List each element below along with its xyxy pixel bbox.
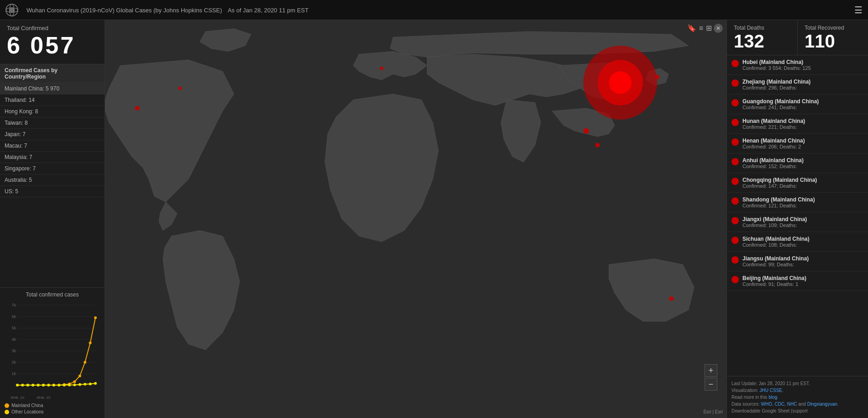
- page-title: Wuhan Coronavirus (2019-nCoV) Global Cas…: [23, 6, 854, 14]
- region-dot: [731, 119, 739, 126]
- region-dot: [731, 276, 739, 283]
- country-item[interactable]: Macau: 7: [0, 140, 105, 152]
- menu-icon[interactable]: ☰: [854, 5, 863, 16]
- region-dot: [731, 138, 739, 146]
- region-stats: Confirmed: 221; Deaths:: [742, 124, 863, 130]
- chart-section: Total confirmed cases Mainland ChinaOthe…: [0, 287, 105, 418]
- country-item[interactable]: Singapore: 7: [0, 163, 105, 175]
- region-name: Hunan (Mainland China): [742, 118, 863, 124]
- region-stats: Confirmed: 108; Deaths:: [742, 242, 863, 248]
- region-info: Guangdong (Mainland China)Confirmed: 241…: [742, 98, 863, 110]
- region-item[interactable]: Anhui (Mainland China)Confirmed: 152; De…: [727, 153, 868, 173]
- legend-label: Mainland China: [11, 403, 43, 408]
- total-confirmed-label: Total Confirmed: [7, 25, 98, 32]
- region-dot: [731, 60, 739, 67]
- region-item[interactable]: Hubei (Mainland China)Confirmed: 3 554; …: [727, 55, 868, 75]
- dingxiangyuan-link[interactable]: Dingxiangyuan: [807, 402, 837, 407]
- region-item[interactable]: Chongqing (Mainland China)Confirmed: 147…: [727, 173, 868, 193]
- region-info: Sichuan (Mainland China)Confirmed: 108; …: [742, 236, 863, 248]
- region-dot: [731, 99, 739, 106]
- country-item[interactable]: Mainland China: 5 970: [0, 83, 105, 95]
- list-icon[interactable]: ≡: [699, 24, 703, 32]
- map-close-button[interactable]: ✕: [714, 24, 723, 33]
- region-stats: Confirmed: 91; Deaths: 1: [742, 281, 863, 287]
- region-name: Jiangsu (Mainland China): [742, 255, 863, 262]
- region-item[interactable]: Hunan (Mainland China)Confirmed: 221; De…: [727, 114, 868, 134]
- jhu-csse-link[interactable]: JHU CSSE: [760, 388, 782, 393]
- country-item[interactable]: Hong Kong: 8: [0, 106, 105, 117]
- left-panel: Total Confirmed 6 057 Confirmed Cases by…: [0, 20, 105, 418]
- grid-icon[interactable]: ⊞: [706, 24, 712, 32]
- region-stats: Confirmed: 121; Deaths:: [742, 203, 863, 208]
- total-recovered-number: 110: [805, 32, 861, 50]
- region-name: Anhui (Mainland China): [742, 157, 863, 164]
- line-chart: [5, 301, 100, 401]
- region-item[interactable]: Sichuan (Mainland China)Confirmed: 108; …: [727, 232, 868, 252]
- app-header: Wuhan Coronavirus (2019-nCoV) Global Cas…: [0, 0, 868, 20]
- country-item[interactable]: US: 5: [0, 186, 105, 197]
- google-sheet-text: Downloadable Google Sheet (support: [731, 408, 808, 413]
- who-link[interactable]: WHO: [761, 402, 772, 407]
- country-item[interactable]: Australia: 5: [0, 175, 105, 186]
- region-info: Zhejiang (Mainland China)Confirmed: 296;…: [742, 79, 863, 90]
- region-dot: [731, 158, 739, 165]
- region-stats: Confirmed: 147; Deaths:: [742, 183, 863, 189]
- world-map: [105, 20, 726, 418]
- svg-point-11: [380, 67, 383, 70]
- region-item[interactable]: Jiangsu (Mainland China)Confirmed: 99; D…: [727, 252, 868, 271]
- region-dot: [731, 197, 739, 205]
- region-item[interactable]: Jiangxi (Mainland China)Confirmed: 109; …: [727, 212, 868, 232]
- region-item[interactable]: Zhejiang (Mainland China)Confirmed: 296;…: [727, 75, 868, 95]
- region-item[interactable]: Henan (Mainland China)Confirmed: 206; De…: [727, 134, 868, 153]
- total-confirmed-box: Total Confirmed 6 057: [0, 20, 105, 64]
- country-item[interactable]: Thailand: 14: [0, 95, 105, 106]
- nhc-link[interactable]: NHC: [787, 402, 797, 407]
- stats-row: Total Deaths 132 Total Recovered 110: [727, 20, 868, 55]
- zoom-in-button[interactable]: +: [705, 364, 717, 377]
- cdc-link[interactable]: CDC: [775, 402, 785, 407]
- region-item[interactable]: Shandong (Mainland China)Confirmed: 121;…: [727, 193, 868, 212]
- country-item[interactable]: Taiwan: 8: [0, 117, 105, 129]
- region-name: Chongqing (Mainland China): [742, 177, 863, 183]
- zoom-out-button[interactable]: −: [705, 378, 717, 391]
- title-text: Wuhan Coronavirus (2019-nCoV) Global Cas…: [26, 7, 222, 14]
- region-stats: Confirmed: 206; Deaths: 2: [742, 144, 863, 149]
- legend-dot: [5, 403, 9, 408]
- region-dot: [731, 79, 739, 87]
- region-name: Guangdong (Mainland China): [742, 98, 863, 105]
- map-area[interactable]: 🔖 ≡ ⊞ ✕ + − Esri | Esri: [105, 20, 726, 418]
- region-stats: Confirmed: 241; Deaths:: [742, 105, 863, 110]
- total-recovered-box: Total Recovered 110: [798, 20, 868, 55]
- total-confirmed-number: 6 057: [7, 33, 98, 57]
- region-name: Beijing (Mainland China): [742, 275, 863, 281]
- blog-text: Read more in this: [731, 395, 768, 400]
- region-stats: Confirmed: 296; Deaths:: [742, 85, 863, 90]
- region-stats: Confirmed: 109; Deaths:: [742, 222, 863, 228]
- region-name: Sichuan (Mainland China): [742, 236, 863, 242]
- svg-point-13: [595, 143, 600, 148]
- region-name: Hubei (Mainland China): [742, 59, 863, 65]
- right-panel: Total Deaths 132 Total Recovered 110 Hub…: [726, 20, 868, 418]
- region-info: Jiangxi (Mainland China)Confirmed: 109; …: [742, 216, 863, 228]
- map-attribution: Esri | Esri: [703, 409, 723, 414]
- region-item[interactable]: Beijing (Mainland China)Confirmed: 91; D…: [727, 271, 868, 291]
- bookmark-icon[interactable]: 🔖: [687, 24, 696, 32]
- data-sources-text: Data sources:: [731, 402, 761, 407]
- region-info: Hubei (Mainland China)Confirmed: 3 554; …: [742, 59, 863, 71]
- country-item[interactable]: Malaysia: 7: [0, 152, 105, 163]
- region-item[interactable]: Guangdong (Mainland China)Confirmed: 241…: [727, 95, 868, 114]
- svg-point-9: [669, 296, 673, 301]
- main-layout: Total Confirmed 6 057 Confirmed Cases by…: [0, 20, 868, 418]
- region-dot: [731, 217, 739, 224]
- country-list: Mainland China: 5 970Thailand: 14Hong Ko…: [0, 83, 105, 287]
- svg-point-6: [609, 71, 632, 94]
- region-dot: [731, 178, 739, 185]
- region-info: Anhui (Mainland China)Confirmed: 152; De…: [742, 157, 863, 169]
- region-name: Shandong (Mainland China): [742, 196, 863, 203]
- legend-dot: [5, 410, 9, 414]
- country-item[interactable]: Japan: 7: [0, 129, 105, 140]
- blog-link[interactable]: blog: [768, 395, 777, 400]
- svg-point-8: [655, 74, 659, 79]
- region-dot: [731, 237, 739, 244]
- region-stats: Confirmed: 3 554; Deaths: 125: [742, 65, 863, 71]
